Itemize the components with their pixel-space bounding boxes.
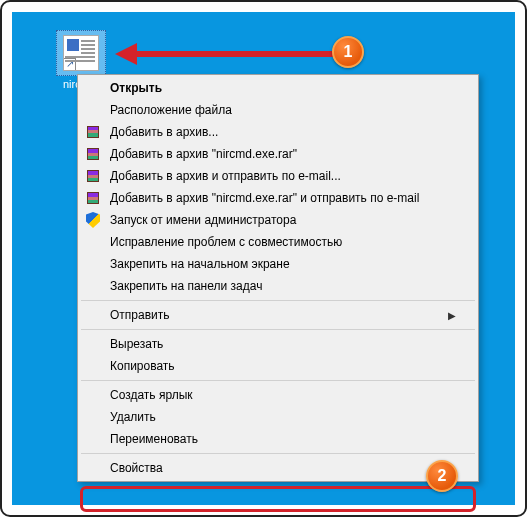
callout-badge-1: 1 [332,36,364,68]
menu-add-archive-named[interactable]: Добавить в архив "nircmd.exe.rar" [80,143,476,165]
callout-arrow [115,47,340,61]
menu-properties-label: Свойства [110,461,456,475]
winrar-icon [82,145,104,163]
menu-separator [81,300,475,301]
menu-add-email[interactable]: Добавить в архив и отправить по e-mail..… [80,165,476,187]
callout-highlight [80,486,476,512]
menu-open[interactable]: Открыть [80,77,476,99]
shortcut-icon-selected: ↗ [56,30,106,76]
winrar-icon [82,123,104,141]
menu-rename-label: Переименовать [110,432,456,446]
menu-pin-taskbar-label: Закрепить на панели задач [110,279,456,293]
menu-separator [81,329,475,330]
menu-delete[interactable]: Удалить [80,406,476,428]
chevron-right-icon: ▶ [448,310,456,321]
menu-add-archive[interactable]: Добавить в архив... [80,121,476,143]
menu-copy-label: Копировать [110,359,456,373]
menu-add-email-label: Добавить в архив и отправить по e-mail..… [110,169,456,183]
menu-run-admin[interactable]: Запуск от имени администратора [80,209,476,231]
menu-create-shortcut[interactable]: Создать ярлык [80,384,476,406]
menu-cut-label: Вырезать [110,337,456,351]
menu-copy[interactable]: Копировать [80,355,476,377]
menu-add-archive-named-label: Добавить в архив "nircmd.exe.rar" [110,147,456,161]
menu-file-location-label: Расположение файла [110,103,456,117]
menu-rename[interactable]: Переименовать [80,428,476,450]
winrar-icon [82,189,104,207]
menu-send-to[interactable]: Отправить ▶ [80,304,476,326]
menu-cut[interactable]: Вырезать [80,333,476,355]
shield-icon [82,211,104,229]
menu-compat-label: Исправление проблем с совместимостью [110,235,456,249]
menu-create-shortcut-label: Создать ярлык [110,388,456,402]
menu-add-archive-label: Добавить в архив... [110,125,456,139]
menu-compat[interactable]: Исправление проблем с совместимостью [80,231,476,253]
menu-pin-taskbar[interactable]: Закрепить на панели задач [80,275,476,297]
menu-separator [81,380,475,381]
winrar-icon [82,167,104,185]
desktop-background: ↗ nircm... Открыть Расположение файла До… [12,12,515,505]
menu-open-label: Открыть [110,81,456,95]
menu-properties[interactable]: Свойства [80,457,476,479]
menu-run-admin-label: Запуск от имени администратора [110,213,456,227]
menu-send-to-label: Отправить [110,308,448,322]
menu-file-location[interactable]: Расположение файла [80,99,476,121]
menu-delete-label: Удалить [110,410,456,424]
menu-pin-start[interactable]: Закрепить на начальном экране [80,253,476,275]
menu-add-named-email-label: Добавить в архив "nircmd.exe.rar" и отпр… [110,191,456,205]
menu-separator [81,453,475,454]
menu-add-named-email[interactable]: Добавить в архив "nircmd.exe.rar" и отпр… [80,187,476,209]
menu-pin-start-label: Закрепить на начальном экране [110,257,456,271]
context-menu: Открыть Расположение файла Добавить в ар… [77,74,479,482]
